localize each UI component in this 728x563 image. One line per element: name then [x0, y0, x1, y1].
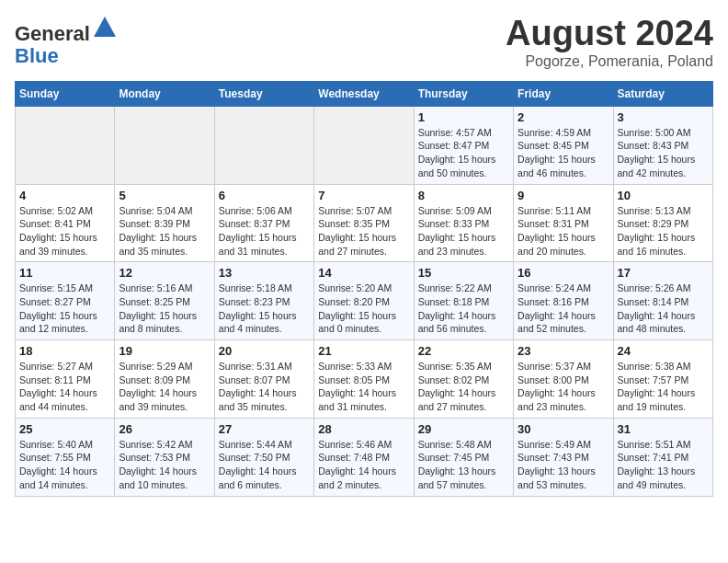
page-header: General Blue August 2024 Pogorze, Pomera…: [15, 15, 713, 70]
cell-content: Sunrise: 5:40 AM Sunset: 7:55 PM Dayligh…: [19, 438, 110, 492]
calendar-cell: 30Sunrise: 5:49 AM Sunset: 7:43 PM Dayli…: [514, 418, 613, 496]
day-number: 19: [119, 344, 210, 358]
cell-content: Sunrise: 5:09 AM Sunset: 8:33 PM Dayligh…: [418, 204, 509, 259]
cell-content: Sunrise: 5:49 AM Sunset: 7:43 PM Dayligh…: [518, 438, 609, 492]
day-number: 24: [618, 344, 709, 358]
calendar-cell: 1Sunrise: 4:57 AM Sunset: 8:47 PM Daylig…: [414, 106, 513, 184]
calendar-cell: 12Sunrise: 5:16 AM Sunset: 8:25 PM Dayli…: [115, 262, 214, 340]
cell-content: Sunrise: 5:13 AM Sunset: 8:29 PM Dayligh…: [618, 204, 709, 259]
day-number: 4: [19, 189, 110, 202]
weekday-header-monday: Monday: [115, 81, 214, 106]
calendar-cell: 20Sunrise: 5:31 AM Sunset: 8:07 PM Dayli…: [214, 340, 313, 419]
calendar-week-1: 1Sunrise: 4:57 AM Sunset: 8:47 PM Daylig…: [16, 106, 713, 184]
calendar-cell: 23Sunrise: 5:37 AM Sunset: 8:00 PM Dayli…: [514, 340, 613, 419]
day-number: 9: [518, 189, 609, 202]
day-number: 27: [219, 422, 310, 436]
calendar-cell: 24Sunrise: 5:38 AM Sunset: 7:57 PM Dayli…: [613, 340, 712, 419]
day-number: 5: [119, 189, 210, 202]
calendar-cell: [115, 106, 214, 184]
cell-content: Sunrise: 5:51 AM Sunset: 7:41 PM Dayligh…: [618, 438, 709, 492]
day-number: 13: [219, 266, 310, 280]
title-area: August 2024 Pogorze, Pomerania, Poland: [506, 15, 713, 70]
calendar-cell: 22Sunrise: 5:35 AM Sunset: 8:02 PM Dayli…: [414, 340, 513, 419]
cell-content: Sunrise: 5:00 AM Sunset: 8:43 PM Dayligh…: [618, 126, 709, 180]
calendar-week-4: 18Sunrise: 5:27 AM Sunset: 8:11 PM Dayli…: [16, 340, 713, 419]
cell-content: Sunrise: 5:38 AM Sunset: 7:57 PM Dayligh…: [618, 360, 709, 414]
calendar-cell: 14Sunrise: 5:20 AM Sunset: 8:20 PM Dayli…: [314, 262, 414, 340]
calendar-cell: 29Sunrise: 5:48 AM Sunset: 7:45 PM Dayli…: [414, 418, 513, 496]
calendar-cell: 21Sunrise: 5:33 AM Sunset: 8:05 PM Dayli…: [314, 340, 414, 419]
cell-content: Sunrise: 4:59 AM Sunset: 8:45 PM Dayligh…: [518, 126, 609, 180]
day-number: 20: [219, 344, 310, 358]
calendar-cell: 5Sunrise: 5:04 AM Sunset: 8:39 PM Daylig…: [115, 184, 214, 262]
cell-content: Sunrise: 5:37 AM Sunset: 8:00 PM Dayligh…: [518, 360, 609, 414]
logo-general: General: [15, 22, 90, 45]
calendar-cell: 6Sunrise: 5:06 AM Sunset: 8:37 PM Daylig…: [214, 184, 313, 262]
day-number: 25: [19, 422, 110, 436]
cell-content: Sunrise: 5:31 AM Sunset: 8:07 PM Dayligh…: [219, 360, 310, 414]
cell-content: Sunrise: 5:20 AM Sunset: 8:20 PM Dayligh…: [318, 282, 409, 336]
calendar-week-3: 11Sunrise: 5:15 AM Sunset: 8:27 PM Dayli…: [16, 262, 713, 340]
cell-content: Sunrise: 4:57 AM Sunset: 8:47 PM Dayligh…: [418, 126, 509, 180]
cell-content: Sunrise: 5:44 AM Sunset: 7:50 PM Dayligh…: [219, 438, 310, 492]
calendar-cell: 15Sunrise: 5:22 AM Sunset: 8:18 PM Dayli…: [414, 262, 513, 340]
calendar-cell: 9Sunrise: 5:11 AM Sunset: 8:31 PM Daylig…: [514, 184, 613, 262]
day-number: 26: [119, 422, 210, 436]
day-number: 12: [119, 266, 210, 280]
cell-content: Sunrise: 5:35 AM Sunset: 8:02 PM Dayligh…: [418, 360, 509, 414]
day-number: 8: [418, 189, 509, 202]
calendar-cell: 28Sunrise: 5:46 AM Sunset: 7:48 PM Dayli…: [314, 418, 414, 496]
weekday-header-row: SundayMondayTuesdayWednesdayThursdayFrid…: [16, 81, 713, 106]
calendar-cell: 7Sunrise: 5:07 AM Sunset: 8:35 PM Daylig…: [314, 184, 414, 262]
weekday-header-wednesday: Wednesday: [314, 81, 414, 106]
cell-content: Sunrise: 5:46 AM Sunset: 7:48 PM Dayligh…: [318, 438, 409, 492]
calendar-cell: 27Sunrise: 5:44 AM Sunset: 7:50 PM Dayli…: [214, 418, 313, 496]
day-number: 16: [518, 266, 609, 280]
calendar-cell: [16, 106, 115, 184]
calendar-cell: 3Sunrise: 5:00 AM Sunset: 8:43 PM Daylig…: [613, 106, 712, 184]
cell-content: Sunrise: 5:26 AM Sunset: 8:14 PM Dayligh…: [618, 282, 709, 336]
weekday-header-sunday: Sunday: [16, 81, 115, 106]
calendar-cell: 2Sunrise: 4:59 AM Sunset: 8:45 PM Daylig…: [514, 106, 613, 184]
day-number: 15: [418, 266, 509, 280]
day-number: 23: [518, 344, 609, 358]
svg-marker-0: [94, 17, 116, 37]
cell-content: Sunrise: 5:24 AM Sunset: 8:16 PM Dayligh…: [518, 282, 609, 336]
calendar-table: SundayMondayTuesdayWednesdayThursdayFrid…: [15, 81, 713, 497]
day-number: 22: [418, 344, 509, 358]
day-number: 30: [518, 422, 609, 436]
cell-content: Sunrise: 5:29 AM Sunset: 8:09 PM Dayligh…: [119, 360, 210, 414]
calendar-cell: 16Sunrise: 5:24 AM Sunset: 8:16 PM Dayli…: [514, 262, 613, 340]
cell-content: Sunrise: 5:48 AM Sunset: 7:45 PM Dayligh…: [418, 438, 509, 492]
cell-content: Sunrise: 5:15 AM Sunset: 8:27 PM Dayligh…: [19, 282, 110, 336]
cell-content: Sunrise: 5:42 AM Sunset: 7:53 PM Dayligh…: [119, 438, 210, 492]
cell-content: Sunrise: 5:11 AM Sunset: 8:31 PM Dayligh…: [518, 204, 609, 259]
weekday-header-friday: Friday: [514, 81, 613, 106]
cell-content: Sunrise: 5:02 AM Sunset: 8:41 PM Dayligh…: [19, 204, 110, 259]
cell-content: Sunrise: 5:18 AM Sunset: 8:23 PM Dayligh…: [219, 282, 310, 336]
day-number: 31: [618, 422, 709, 436]
logo-icon: [92, 15, 118, 40]
logo: General Blue: [15, 15, 118, 67]
calendar-cell: 19Sunrise: 5:29 AM Sunset: 8:09 PM Dayli…: [115, 340, 214, 419]
calendar-week-5: 25Sunrise: 5:40 AM Sunset: 7:55 PM Dayli…: [16, 418, 713, 496]
cell-content: Sunrise: 5:27 AM Sunset: 8:11 PM Dayligh…: [19, 360, 110, 414]
day-number: 21: [318, 344, 409, 358]
day-number: 1: [418, 110, 509, 124]
page-subtitle: Pogorze, Pomerania, Poland: [506, 53, 713, 70]
day-number: 2: [518, 110, 609, 124]
day-number: 3: [618, 110, 709, 124]
calendar-cell: [214, 106, 313, 184]
calendar-cell: [314, 106, 414, 184]
day-number: 28: [318, 422, 409, 436]
day-number: 29: [418, 422, 509, 436]
calendar-cell: 11Sunrise: 5:15 AM Sunset: 8:27 PM Dayli…: [16, 262, 115, 340]
calendar-cell: 4Sunrise: 5:02 AM Sunset: 8:41 PM Daylig…: [16, 184, 115, 262]
day-number: 17: [618, 266, 709, 280]
day-number: 11: [19, 266, 110, 280]
calendar-cell: 8Sunrise: 5:09 AM Sunset: 8:33 PM Daylig…: [414, 184, 513, 262]
cell-content: Sunrise: 5:04 AM Sunset: 8:39 PM Dayligh…: [119, 204, 210, 259]
calendar-cell: 31Sunrise: 5:51 AM Sunset: 7:41 PM Dayli…: [613, 418, 712, 496]
page-title: August 2024: [506, 15, 713, 53]
cell-content: Sunrise: 5:33 AM Sunset: 8:05 PM Dayligh…: [318, 360, 409, 414]
